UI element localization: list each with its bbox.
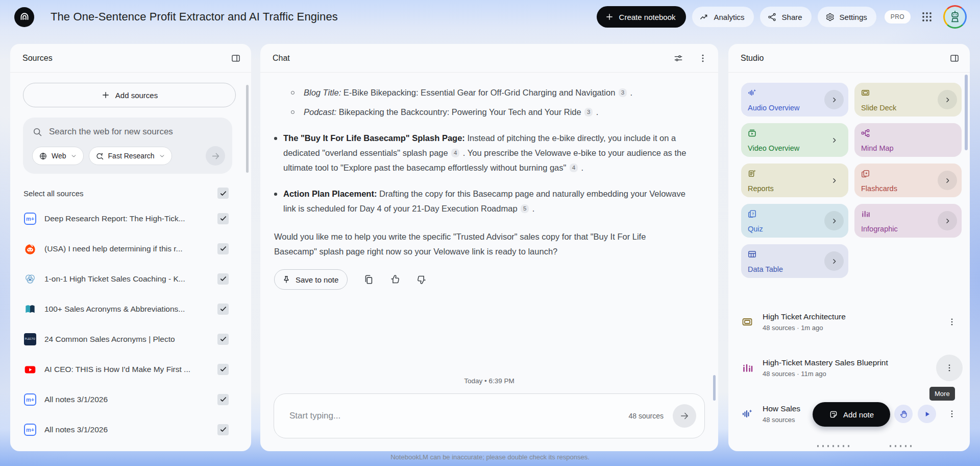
send-button[interactable] [673,404,696,428]
chat-settings-icon[interactable] [673,53,683,63]
thumb-up-button[interactable] [389,274,401,285]
open-quiz-button[interactable] [824,211,844,230]
studio-card-mind-map[interactable]: Mind Map [854,123,962,157]
citation-chip[interactable]: 4 [451,149,459,157]
source-checkbox[interactable] [217,394,229,405]
pin-icon [282,275,291,284]
source-row[interactable]: AI CEO: THIS is How I'd Make My First ..… [10,354,251,384]
studio-scrollbar[interactable] [965,75,968,150]
item-menu-button[interactable] [936,355,963,381]
copy-button[interactable] [363,274,374,285]
source-row[interactable]: m+All notes 3/1/2026 [10,414,251,445]
create-notebook-button[interactable]: Create notebook [597,6,686,28]
chat-scrollbar[interactable] [713,375,716,401]
research-mode-label: Fast Research [108,152,155,160]
check-icon [219,305,227,313]
web-filter-dropdown[interactable]: Web [32,147,84,165]
check-icon [219,365,227,373]
item-menu-button[interactable] [941,311,963,333]
studio-card-slide-deck[interactable]: Slide Deck [854,83,962,116]
search-input[interactable]: Search the web for new sources [49,127,173,137]
citation-chip[interactable]: 3 [584,108,593,116]
source-checkbox[interactable] [217,243,229,254]
search-icon [32,127,42,137]
thumb-down-button[interactable] [416,274,427,285]
robot-avatar-icon [948,10,962,24]
source-row[interactable]: 1-on-1 High Ticket Sales Coaching - K... [10,264,251,294]
reddit-icon [23,242,37,255]
chevron-right-icon [944,217,951,225]
check-icon [219,395,227,403]
source-checkbox[interactable] [217,334,229,345]
source-checkbox[interactable] [217,424,229,435]
web-search-box[interactable]: Search the web for new sources Web Fast … [23,118,232,174]
youtube-icon [23,363,37,376]
notebooklm-note-icon: m+ [23,393,37,406]
collapse-sources-panel-icon[interactable] [231,53,241,63]
plus-icon [605,12,614,21]
audio-waveform-icon [741,408,753,420]
apps-grid-icon[interactable] [921,11,933,23]
sources-panel: Sources Add sources Search the web for n… [10,44,251,451]
reports-icon [747,169,757,178]
open-reports-button[interactable] [824,171,844,190]
open-audio-overview-button[interactable] [824,90,844,109]
source-row[interactable]: m+Deep Research Report: The High-Tick... [10,203,251,234]
source-row[interactable]: (USA) I need help determining if this r.… [10,234,251,264]
notebooklm-logo-icon[interactable] [14,7,34,27]
share-label: Share [782,13,802,21]
chat-sub-bullet-list: Blog Title: E-Bike Bikepacking: Essentia… [270,85,687,120]
check-icon [219,335,227,343]
studio-card-video-overview[interactable]: Video Overview [741,123,848,157]
open-data-table-button[interactable] [824,251,844,271]
studio-list-item[interactable]: High Ticket Architecture48 sources · 1m … [741,304,963,340]
sources-scrollbar[interactable] [246,85,249,173]
app-header: The One-Sentence Profit Extractor and AI… [0,0,980,34]
user-avatar[interactable] [943,5,967,29]
open-flashcards-button[interactable] [938,171,957,190]
source-row[interactable]: m+All notes 3/1/2026 [10,384,251,414]
settings-button[interactable]: Settings [818,7,876,27]
citation-chip[interactable]: 4 [570,164,578,172]
svg-text:?: ? [752,212,754,216]
open-slide-deck-button[interactable] [938,90,957,109]
citation-chip[interactable]: 5 [521,204,529,213]
notebook-title: The One-Sentence Profit Extractor and AI… [51,10,338,24]
source-label: All notes 3/1/2026 [44,425,210,434]
source-checkbox[interactable] [217,213,229,224]
studio-card-quiz[interactable]: ?Quiz [741,204,848,238]
save-to-note-button[interactable]: Save to note [274,269,348,290]
studio-card-audio-overview[interactable]: Audio Overview [741,83,848,116]
collapse-studio-panel-icon[interactable] [949,53,960,63]
select-all-checkbox[interactable] [217,188,229,199]
source-row[interactable]: PLECTO24 Common Sales Acronyms | Plecto [10,324,251,354]
studio-card-data-table[interactable]: Data Table [741,244,848,278]
studio-card-label: Audio Overview [748,104,800,112]
studio-card-infographic[interactable]: Infographic [854,204,962,238]
studio-list-item[interactable]: High-Ticket Mastery Sales Blueprint48 so… [741,350,963,386]
studio-card-reports[interactable]: Reports [741,164,848,197]
item-menu-button[interactable] [941,403,963,425]
source-checkbox[interactable] [217,304,229,315]
sparkle-search-icon [95,152,104,160]
citation-chip[interactable]: 3 [619,88,627,97]
studio-card-flashcards[interactable]: Flashcards [854,164,962,197]
add-sources-button[interactable]: Add sources [23,83,236,107]
play-button[interactable] [918,405,936,423]
source-checkbox[interactable] [217,364,229,375]
analytics-button[interactable]: Analytics [692,7,754,27]
hand-button[interactable] [894,405,913,423]
slide-deck-icon [741,316,753,328]
chat-input[interactable]: Start typing... 48 sources [274,393,705,438]
open-infographic-button[interactable] [938,211,957,230]
chat-menu-icon[interactable] [698,53,708,63]
open-video-overview-button[interactable] [824,130,844,150]
share-button[interactable]: Share [760,7,812,27]
analytics-label: Analytics [714,13,745,21]
source-checkbox[interactable] [217,273,229,285]
plecto-icon: PLECTO [24,333,36,345]
research-mode-dropdown[interactable]: Fast Research [89,147,172,165]
source-row[interactable]: 100+ Sales Acronyms & Abbreviations... [10,294,251,324]
submit-search-button[interactable] [206,146,225,166]
add-note-button[interactable]: Add note [813,402,890,427]
